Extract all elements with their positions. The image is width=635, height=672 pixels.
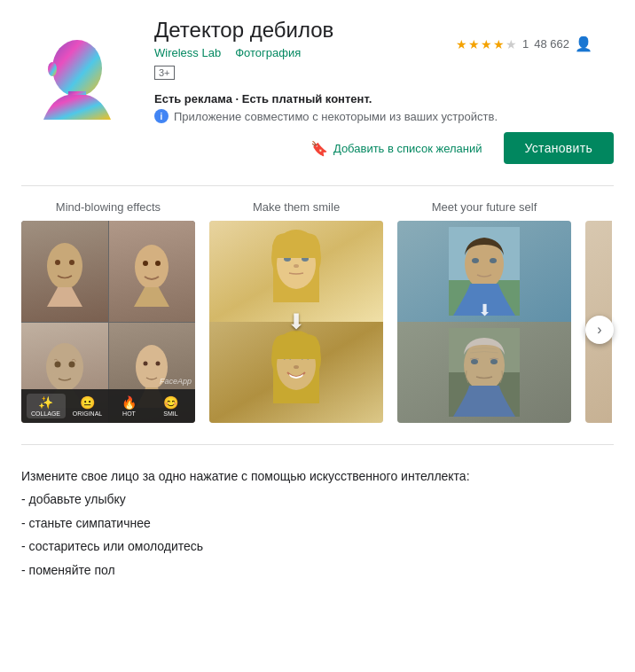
face-cell-2 (109, 221, 196, 322)
future-old (397, 322, 571, 423)
hot-label: HOT (122, 410, 136, 417)
star-5: ★ (506, 37, 517, 51)
compat-notice: i Приложение совместимо с некоторыми из … (154, 109, 614, 123)
desc-item-1: - добавьте улыбку (21, 489, 614, 509)
description-section: Измените свое лицо за одно нажатие с пом… (21, 459, 614, 580)
screenshots-section: Mind-blowing effects (0, 200, 635, 423)
original-icon: 😐 (80, 395, 95, 410)
app-category[interactable]: Фотография (235, 46, 301, 59)
star-4: ★ (493, 37, 505, 51)
toolbar-original[interactable]: 😐 ORIGINAL (68, 395, 107, 417)
next-arrow[interactable]: › (585, 316, 614, 344)
screenshots-row: Mind-blowing effects (21, 200, 614, 423)
svg-point-8 (69, 260, 74, 265)
toolbar-bar: ✨ COLLAGE 😐 ORIGINAL 🔥 HOT 😊 (21, 389, 195, 423)
svg-point-22 (144, 362, 148, 366)
bookmark-icon: 🔖 (310, 140, 328, 157)
star-2: ★ (468, 37, 480, 51)
person-icon: 👤 (575, 35, 592, 52)
ad-notice: Есть реклама · Есть платный контент. (154, 92, 614, 105)
svg-point-3 (48, 62, 57, 76)
screenshot-img-smile[interactable]: ⬇ (209, 221, 383, 423)
screenshot-label-partial (597, 200, 600, 214)
transform-arrow: ⬇ (287, 309, 305, 334)
future-young: ⬇ (397, 221, 571, 322)
star-1: ★ (456, 37, 467, 51)
screenshot-smile: Make them smile (209, 200, 383, 423)
app-details: Детектор дебилов Wireless Lab Фотография… (154, 18, 614, 164)
app-notices: Есть реклама · Есть платный контент. i П… (154, 92, 614, 123)
chevron-right-icon: › (597, 322, 601, 338)
svg-point-44 (471, 359, 478, 364)
desc-item-4: - поменяйте пол (21, 560, 614, 580)
star-3: ★ (481, 37, 492, 51)
svg-point-29 (294, 264, 299, 268)
action-buttons: 🔖 Добавить в список желаний Установить (154, 132, 614, 164)
svg-point-13 (155, 261, 161, 266)
screenshot-label-effects: Mind-blowing effects (56, 200, 161, 214)
star-number: 1 (522, 37, 529, 51)
toolbar-collage[interactable]: ✨ COLLAGE (27, 394, 66, 418)
age-badge: 3+ (154, 66, 175, 80)
screenshot-label-future: Meet your future self (432, 200, 537, 214)
desc-intro: Измените свое лицо за одно нажатие с пом… (21, 466, 614, 486)
screenshot-img-effects[interactable]: FaceApp ✨ COLLAGE 😐 ORIGINAL 🔥 (21, 221, 195, 423)
desc-item-3: - состаритесь или омолодитесь (21, 536, 614, 556)
svg-point-38 (472, 258, 479, 263)
svg-point-16 (48, 363, 55, 375)
face-cell-1 (21, 221, 108, 322)
smile-icon: 😊 (163, 395, 178, 410)
svg-point-33 (294, 365, 299, 369)
screenshot-label-smile: Make them smile (253, 200, 340, 214)
screenshot-effects: Mind-blowing effects (21, 200, 195, 423)
original-label: ORIGINAL (73, 410, 102, 417)
svg-point-23 (156, 362, 161, 366)
wishlist-button[interactable]: 🔖 Добавить в список желаний (300, 133, 493, 164)
svg-point-11 (136, 262, 143, 273)
app-icon (21, 18, 137, 133)
hot-icon: 🔥 (122, 395, 137, 410)
toolbar-smile[interactable]: 😊 SMIL (152, 395, 191, 417)
desc-item-2: - станьте симпатичнее (21, 513, 614, 533)
svg-point-18 (68, 362, 74, 368)
smile-label: SMIL (163, 410, 177, 417)
young-arrow: ⬇ (478, 301, 491, 320)
svg-point-6 (49, 262, 56, 274)
install-button[interactable]: Установить (504, 132, 614, 164)
divider-1 (21, 185, 614, 186)
svg-point-39 (490, 258, 497, 263)
svg-point-45 (490, 359, 498, 364)
info-icon: i (154, 109, 169, 123)
star-rating: ★ ★ ★ ★ ★ (456, 37, 517, 51)
svg-point-12 (143, 261, 148, 266)
svg-point-7 (55, 260, 60, 265)
divider-2 (21, 444, 614, 445)
screenshot-future: Meet your future self (397, 200, 571, 423)
collage-icon: ✨ (38, 395, 53, 410)
svg-point-17 (54, 362, 60, 368)
toolbar-hot[interactable]: 🔥 HOT (110, 395, 149, 417)
svg-point-1 (52, 40, 102, 97)
app-developer[interactable]: Wireless Lab (154, 46, 221, 59)
screenshot-img-future[interactable]: ⬇ (397, 221, 571, 423)
faceapp-watermark: FaceApp (160, 377, 192, 386)
smile-after (209, 322, 383, 423)
collage-label: COLLAGE (31, 410, 60, 417)
screenshot-partial (585, 200, 612, 423)
review-count: 48 662 (534, 37, 569, 51)
svg-point-21 (137, 363, 144, 373)
smile-before (209, 221, 383, 322)
